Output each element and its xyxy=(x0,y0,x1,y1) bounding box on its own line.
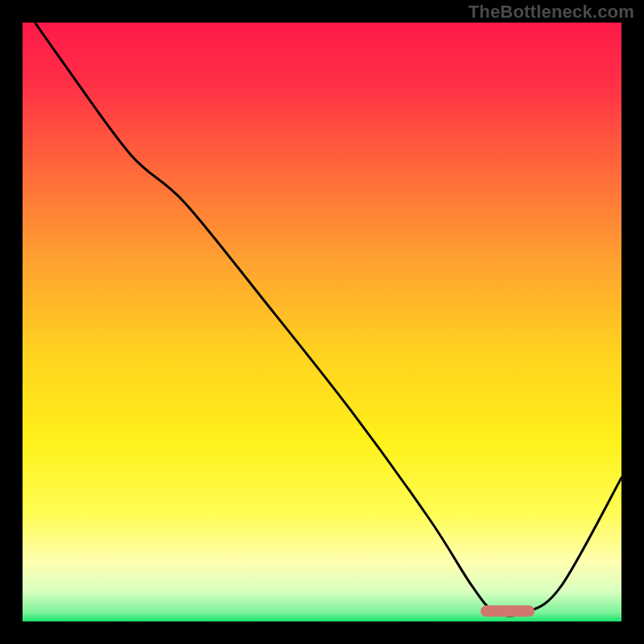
curve-layer xyxy=(23,23,621,621)
optimal-range-marker xyxy=(481,605,535,617)
bottleneck-curve xyxy=(23,23,621,616)
plot-area xyxy=(23,23,621,621)
watermark-text: TheBottleneck.com xyxy=(469,2,634,23)
chart-frame: TheBottleneck.com xyxy=(0,0,644,644)
